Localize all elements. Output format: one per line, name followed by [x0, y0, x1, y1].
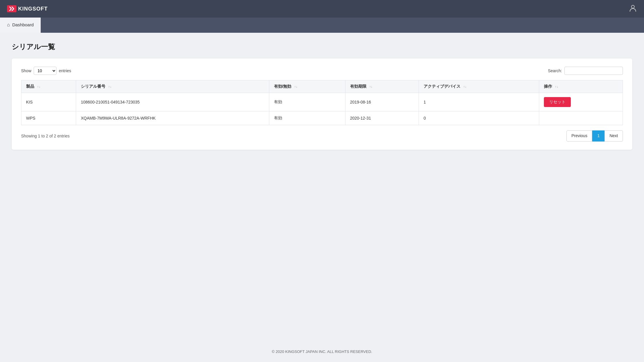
brand: KINGSOFT — [7, 5, 48, 12]
subnav-dashboard-label: Dashboard — [12, 22, 34, 27]
col-product[interactable]: 製品 ↑↓ — [21, 80, 76, 93]
user-icon[interactable] — [629, 4, 637, 14]
cell-product: WPS — [21, 111, 76, 125]
page-content: シリアル一覧 Show 10 25 50 100 entries Search: — [0, 33, 644, 341]
pagination: Previous 1 Next — [566, 130, 623, 142]
search-label: Search: — [548, 68, 562, 73]
brand-logo: KINGSOFT — [7, 5, 48, 12]
page-footer: © 2020 KINGSOFT JAPAN INC. ALL RIGHTS RE… — [0, 341, 644, 362]
cell-status: 有効 — [269, 93, 345, 111]
table-controls: Show 10 25 50 100 entries Search: — [21, 67, 623, 75]
table-footer: Showing 1 to 2 of 2 entries Previous 1 N… — [21, 130, 623, 142]
footer-text: © 2020 KINGSOFT JAPAN INC. ALL RIGHTS RE… — [272, 349, 372, 354]
svg-point-3 — [631, 5, 634, 8]
cell-expiry: 2019-08-16 — [345, 93, 419, 111]
sort-icon-product: ↑↓ — [37, 85, 40, 88]
sort-icon-devices: ↑↓ — [463, 85, 467, 88]
sort-icon-serial: ↑↓ — [108, 85, 112, 88]
sort-icon-status: ↑↓ — [294, 85, 297, 88]
col-expiry[interactable]: 有効期限 ↑↓ — [345, 80, 419, 93]
previous-button[interactable]: Previous — [566, 130, 592, 142]
entries-select[interactable]: 10 25 50 100 — [34, 67, 56, 75]
page-title: シリアル一覧 — [12, 42, 632, 51]
table-row: KIS108600-210051-049134-723035有効2019-08-… — [21, 93, 623, 111]
cell-expiry: 2020-12-31 — [345, 111, 419, 125]
col-devices[interactable]: アクティブデバイス ↑↓ — [419, 80, 539, 93]
subnav: ⌂ Dashboard — [0, 18, 644, 33]
show-label: Show — [21, 68, 31, 73]
table-body: KIS108600-210051-049134-723035有効2019-08-… — [21, 93, 623, 125]
cell-devices: 1 — [419, 93, 539, 111]
col-status[interactable]: 有効/無効 ↑↓ — [269, 80, 345, 93]
cell-serial: 108600-210051-049134-723035 — [76, 93, 269, 111]
table-header: 製品 ↑↓ シリアル番号 ↑↓ 有効/無効 ↑↓ 有効期限 ↑↓ — [21, 80, 623, 93]
main-card: Show 10 25 50 100 entries Search: 製品 — [12, 58, 632, 150]
next-button[interactable]: Next — [604, 130, 623, 142]
col-serial[interactable]: シリアル番号 ↑↓ — [76, 80, 269, 93]
cell-action — [539, 111, 623, 125]
cell-status: 有効 — [269, 111, 345, 125]
sort-icon-expiry: ↑↓ — [369, 85, 373, 88]
brand-name: KINGSOFT — [18, 6, 48, 12]
col-action[interactable]: 操作 ↑↓ — [539, 80, 623, 93]
cell-devices: 0 — [419, 111, 539, 125]
table-row: WPSXQAMB-7M9WA-ULR8A-9272A-WRFHK有効2020-1… — [21, 111, 623, 125]
show-entries-group: Show 10 25 50 100 entries — [21, 67, 71, 75]
sidebar-item-dashboard[interactable]: ⌂ Dashboard — [0, 18, 41, 33]
entries-label: entries — [59, 68, 71, 73]
search-input[interactable] — [564, 67, 623, 75]
navbar: KINGSOFT — [0, 0, 644, 18]
showing-info: Showing 1 to 2 of 2 entries — [21, 134, 70, 138]
sort-icon-action: ↑↓ — [555, 85, 558, 88]
search-area: Search: — [548, 67, 623, 75]
cell-action: リセット — [539, 93, 623, 111]
data-table: 製品 ↑↓ シリアル番号 ↑↓ 有効/無効 ↑↓ 有効期限 ↑↓ — [21, 80, 623, 125]
brand-icon — [7, 5, 16, 12]
reset-button[interactable]: リセット — [544, 97, 571, 107]
page-1-button[interactable]: 1 — [592, 130, 604, 142]
cell-product: KIS — [21, 93, 76, 111]
cell-serial: XQAMB-7M9WA-ULR8A-9272A-WRFHK — [76, 111, 269, 125]
home-icon: ⌂ — [7, 22, 10, 27]
